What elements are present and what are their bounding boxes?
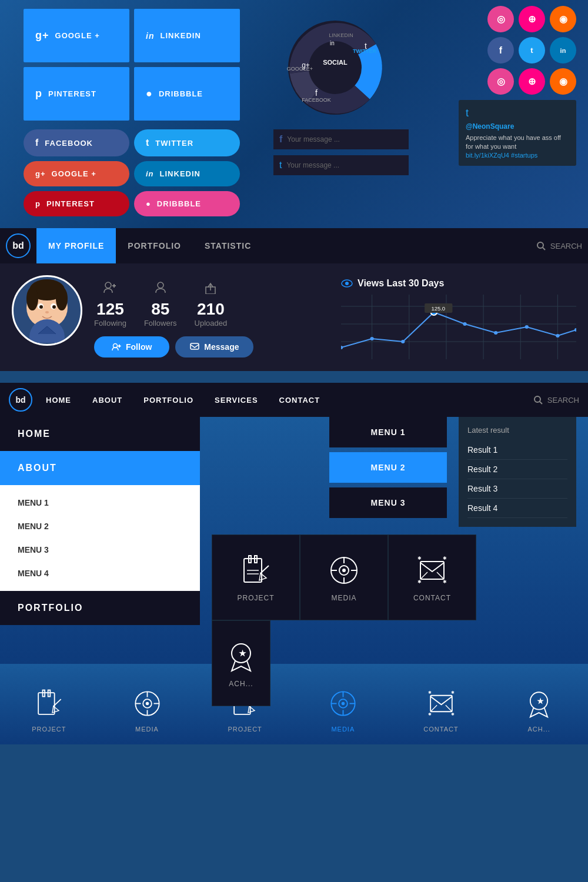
sidebar-about[interactable]: ABOUT <box>0 451 200 485</box>
rss-circle-1[interactable]: ◉ <box>550 6 576 32</box>
icon-project[interactable]: PROJECT <box>212 534 300 620</box>
svg-point-11 <box>537 242 543 248</box>
twitter-message-input[interactable] <box>286 161 403 169</box>
pinterest-rect-button[interactable]: p PINTEREST <box>24 67 129 121</box>
message-label: Message <box>204 342 239 352</box>
svg-point-44 <box>341 346 343 349</box>
dribbble-icon: ● <box>146 88 153 100</box>
google-plus-rect-button[interactable]: g+ GOOGLE + <box>24 9 129 62</box>
icon-contact[interactable]: ✱ ✱ ✱ ✱ CONTACT <box>388 534 476 620</box>
main-nav-services[interactable]: SERVICES <box>204 383 269 417</box>
sidebar-home[interactable]: HOME <box>0 417 200 451</box>
message-icon <box>190 343 199 351</box>
sidebar-menu3[interactable]: MENU 3 <box>0 538 200 562</box>
pinterest-round-button[interactable]: p PINTEREST <box>24 191 129 216</box>
facebook-round-icon: f <box>35 138 39 148</box>
main-nav-home[interactable]: HOME <box>35 383 82 417</box>
twitter-circle[interactable]: t <box>519 37 545 64</box>
bottom-achievement-icon: ★ <box>523 687 555 720</box>
twitter-card: t @NeonSquare Appreciate what you have a… <box>459 100 576 166</box>
search-result-4[interactable]: Result 4 <box>467 499 567 518</box>
svg-point-49 <box>494 331 497 335</box>
search-label: SEARCH <box>550 242 582 250</box>
media-label: MEDIA <box>331 594 356 602</box>
bottom-project-label-1: PROJECT <box>32 726 66 733</box>
svg-point-51 <box>556 334 559 338</box>
main-nav-portfolio[interactable]: PORTFOLIO <box>133 383 204 417</box>
sidebar-portfolio[interactable]: PORTFOLIO <box>0 591 200 625</box>
bottom-media-label-1: MEDIA <box>135 726 159 733</box>
message-inputs-area: f t <box>273 129 409 181</box>
linkedin-icon: in <box>146 31 154 41</box>
profile-nav-my-profile[interactable]: MY PROFILE <box>36 228 116 263</box>
bottom-project-1[interactable]: PROJECT <box>0 676 98 739</box>
pinterest-icon: p <box>35 88 42 100</box>
svg-text:g+: g+ <box>302 61 310 69</box>
twitter-card-icon: t <box>466 107 569 119</box>
facebook-round-label: FACEBOOK <box>45 139 93 148</box>
sidebar-menu1[interactable]: MENU 1 <box>0 491 200 514</box>
rss-circle-2[interactable]: ◉ <box>550 68 576 95</box>
bottom-achievement[interactable]: ★ ACH... <box>490 676 588 739</box>
flickr-circle-1[interactable]: ⊕ <box>519 6 545 32</box>
main-nav-search-area: SEARCH <box>533 395 579 405</box>
icon-achievement[interactable]: ★ ACH... <box>212 620 270 706</box>
google-plus-icon: g+ <box>35 29 49 42</box>
svg-point-22 <box>45 311 49 313</box>
flickr-circle-2[interactable]: ⊕ <box>519 68 545 95</box>
profile-section: bd MY PROFILE PORTFOLIO STATISTIC SEARCH <box>0 228 588 371</box>
main-nav-logo[interactable]: bd <box>9 388 32 412</box>
dribbble-rect-button[interactable]: ● DRIBBBLE <box>134 67 240 121</box>
google-round-button[interactable]: g+ GOOGLE + <box>24 161 129 186</box>
dropdown-menu3[interactable]: MENU 3 <box>329 487 447 518</box>
linkedin-round-label: LINKEDIN <box>160 169 201 178</box>
svg-text:f: f <box>315 88 318 98</box>
profile-nav-portfolio[interactable]: PORTFOLIO <box>116 228 193 263</box>
dribbble-circle-1[interactable]: ◎ <box>487 6 514 32</box>
dribbble-round-button[interactable]: ● DRIBBBLE <box>134 191 240 216</box>
profile-nav-search-area: SEARCH <box>536 241 582 250</box>
dribbble-circle-2[interactable]: ◎ <box>487 68 514 95</box>
facebook-message-input[interactable] <box>287 135 403 143</box>
followers-label: Followers <box>144 319 177 328</box>
search-result-1[interactable]: Result 1 <box>467 440 567 460</box>
linkedin-round-icon: in <box>146 169 154 178</box>
twitter-message-icon: t <box>279 160 282 171</box>
svg-point-45 <box>370 337 373 340</box>
linkedin-rect-button[interactable]: in LINKEDIN <box>134 9 240 62</box>
project-label: PROJECT <box>237 594 274 602</box>
uploaded-stat: 210 Uploaded <box>195 281 228 328</box>
search-result-3[interactable]: Result 3 <box>467 479 567 499</box>
message-button[interactable]: Message <box>175 336 253 358</box>
linkedin-circle[interactable]: in <box>550 37 576 64</box>
sidebar-menu4[interactable]: MENU 4 <box>0 562 200 585</box>
followers-count: 85 <box>144 300 177 319</box>
linkedin-round-button[interactable]: in LINKEDIN <box>134 161 240 186</box>
achievement-icon: ★ <box>223 639 259 674</box>
svg-text:✱: ✱ <box>417 579 422 584</box>
twitter-round-button[interactable]: t TWITTER <box>134 129 240 156</box>
bottom-contact-label: CONTACT <box>423 726 458 733</box>
search-result-2[interactable]: Result 2 <box>467 460 567 479</box>
svg-point-16 <box>26 287 38 310</box>
twitter-card-link[interactable]: bit.ly/1kiXZqU4 #startups <box>466 152 569 159</box>
profile-nav-statistic[interactable]: STATISTIC <box>193 228 263 263</box>
followers-stat: 85 Followers <box>144 281 177 328</box>
dropdown-menu1[interactable]: MENU 1 <box>329 417 447 447</box>
svg-text:t: t <box>365 41 367 51</box>
main-nav-about[interactable]: ABOUT <box>82 383 133 417</box>
bottom-media-1[interactable]: MEDIA <box>98 676 196 739</box>
follow-button[interactable]: Follow <box>94 336 169 358</box>
sidebar-menu2[interactable]: MENU 2 <box>0 514 200 538</box>
facebook-round-button[interactable]: f FACEBOOK <box>24 129 129 156</box>
main-nav-contact[interactable]: CONTACT <box>269 383 331 417</box>
dropdown-menus: MENU 1 MENU 2 MENU 3 <box>329 417 447 518</box>
follow-label: Follow <box>126 342 152 352</box>
views-chart: 125.0 <box>341 295 576 359</box>
facebook-circle[interactable]: f <box>487 37 514 64</box>
icon-media[interactable]: MEDIA <box>300 534 388 620</box>
profile-logo[interactable]: bd <box>6 233 31 258</box>
svg-point-52 <box>574 328 576 332</box>
svg-point-70 <box>342 569 346 572</box>
dropdown-menu2[interactable]: MENU 2 <box>329 452 447 483</box>
